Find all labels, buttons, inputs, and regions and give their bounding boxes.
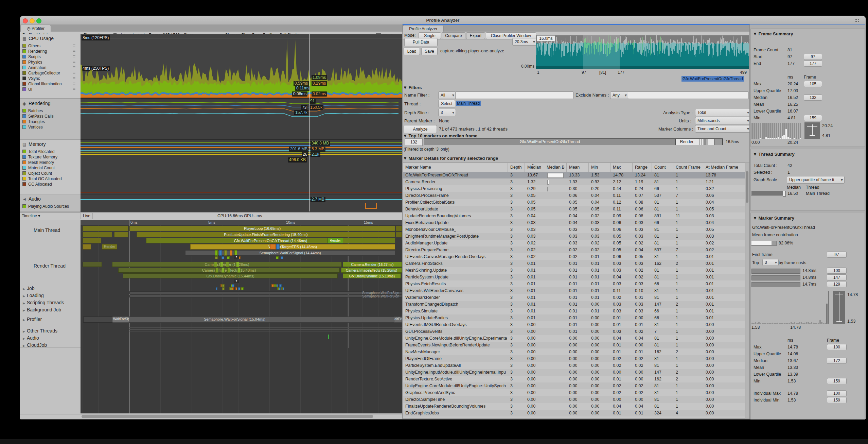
table-row[interactable]: EnlightenRuntimeManager.PostUpdate30.030… [403, 233, 745, 240]
marker-stat-frame-button[interactable]: 100 [827, 344, 847, 350]
drag-handle-icon[interactable]: = [73, 81, 75, 86]
legend-item[interactable]: Vertices [22, 125, 79, 130]
table-row[interactable]: Physics.Processing30.290.300.200.440.246… [403, 185, 745, 192]
column-header-count-frame[interactable]: Count Frame [676, 165, 701, 170]
table-row[interactable]: EndGraphicsJobs30.000.000.000.010.013244… [403, 410, 745, 416]
top10-segment[interactable] [702, 139, 703, 145]
column-divider[interactable] [703, 163, 703, 172]
column-divider[interactable] [632, 163, 633, 172]
timeline-span[interactable] [224, 250, 227, 256]
pull-data-button[interactable]: Pull Data [404, 38, 438, 46]
timeline-hscrollbar-thumb[interactable] [82, 415, 373, 418]
exclude-names-input[interactable] [628, 91, 749, 99]
timeline-span[interactable] [216, 287, 217, 290]
top-n-dropdown[interactable]: 3 [762, 259, 779, 266]
marker-stat-frame-button[interactable]: 172 [827, 358, 847, 364]
legend-item[interactable]: Global Illumination [22, 82, 79, 87]
thread-row-main-thread[interactable]: Main Thread [20, 225, 81, 261]
mode-button-compare[interactable]: Compare [442, 32, 465, 39]
tab-profiler[interactable]: ◷ Profiler [20, 25, 51, 32]
timeline-span[interactable] [232, 287, 233, 290]
timeline-span[interactable] [227, 268, 230, 273]
timeline-span[interactable] [276, 256, 279, 259]
thread-row-background-job[interactable]: ▶Background Job [20, 305, 81, 315]
thread-row-audio[interactable]: ▶Audio [20, 333, 81, 341]
timeline-span[interactable] [236, 262, 239, 267]
top10-segment[interactable] [700, 139, 701, 145]
legend-item[interactable]: Texture Memory [22, 155, 79, 160]
column-header-range[interactable]: Range [635, 165, 648, 170]
legend-item[interactable]: Animation [22, 65, 79, 70]
thread-select-button[interactable]: Select [438, 100, 455, 107]
top10-bar[interactable]: Gfx.WaitForPresentOnGfxThreadRender [424, 138, 723, 145]
save-button[interactable]: Save [421, 48, 438, 55]
table-row[interactable]: NavMeshManager30.000.000.000.010.0116220… [403, 348, 745, 355]
timeline-span[interactable] [222, 268, 225, 273]
timeline-span[interactable] [276, 244, 280, 250]
timeline-span[interactable] [229, 287, 232, 290]
table-row[interactable]: WatermarkRender30.010.010.010.020.018110… [403, 294, 745, 301]
timeline-span[interactable] [274, 284, 276, 287]
legend-item[interactable]: UI [22, 87, 79, 92]
drag-handle-icon[interactable]: = [73, 65, 75, 70]
table-row[interactable]: UIEvents.WillRenderCanvases30.010.010.01… [403, 287, 745, 294]
range-dropdown[interactable]: 20.3ms [512, 38, 537, 46]
thread-row-cloudjob[interactable]: ▶CloudJob [20, 340, 81, 348]
mode-button-export[interactable]: Export [466, 32, 485, 39]
timeline-span[interactable] [230, 250, 232, 256]
timeline-span[interactable] [222, 256, 224, 259]
top10-segment[interactable]: Render [676, 139, 698, 145]
legend-item[interactable]: Total Allocated [22, 149, 79, 154]
column-divider[interactable] [508, 163, 508, 172]
expand-main-thread-icon[interactable]: ▼ [234, 255, 239, 259]
thread-range-handle-icon[interactable] [783, 191, 786, 197]
thread-row-scripting-threads[interactable]: ▶Scripting Threads [20, 298, 81, 305]
table-row[interactable]: Gfx.WaitForPresentOnGfxThread313.6713.33… [403, 172, 745, 178]
timeline-span[interactable] [83, 317, 112, 323]
timeline-span[interactable] [277, 284, 278, 287]
drag-handle-icon[interactable]: = [73, 48, 75, 54]
legend-item[interactable]: SetPass Calls [22, 114, 79, 119]
timeline-view-dropdown[interactable]: Timeline ▾ [22, 214, 40, 218]
audio-chart[interactable] [81, 194, 402, 212]
table-row[interactable]: UIEvents.IMGUIRenderOverlays30.000.010.0… [403, 321, 745, 328]
table-row[interactable]: Physics.Simulate30.010.010.010.030.03661… [403, 308, 745, 314]
expand-icon[interactable]: ▶ [23, 309, 25, 312]
thread-row-other-threads[interactable]: ▶Other Threads [20, 326, 81, 334]
timeline-span[interactable] [114, 232, 128, 237]
live-button[interactable]: Live [81, 213, 93, 219]
timeline-span[interactable] [238, 287, 240, 290]
timeline-span[interactable] [83, 244, 91, 250]
timeline-span[interactable] [281, 256, 283, 259]
timeline-span[interactable]: Render [102, 244, 117, 250]
analysis-type-dropdown[interactable]: Total [695, 109, 751, 116]
thread-row-render-thread[interactable]: Render Thread [20, 261, 81, 284]
filters-section-header[interactable]: ▼ Filters [403, 85, 422, 90]
timeline-span[interactable] [271, 284, 274, 287]
table-row[interactable]: Director.ProcessFrame30.050.060.040.110.… [403, 192, 745, 199]
timeline-span[interactable] [83, 226, 128, 231]
timeline-span[interactable] [83, 232, 112, 237]
column-header-mean[interactable]: Mean [569, 165, 580, 170]
top-cost-frame-button[interactable]: 147 [827, 274, 847, 280]
timeline-span[interactable] [237, 268, 241, 273]
column-divider[interactable] [566, 163, 567, 172]
column-divider[interactable] [673, 163, 673, 172]
expand-icon[interactable]: ▶ [23, 287, 25, 291]
timeline-span[interactable]: Render [327, 238, 343, 243]
timeline-span[interactable] [232, 284, 234, 287]
drag-handle-icon[interactable]: = [73, 75, 75, 81]
expand-render-thread-icon[interactable]: ▼ [234, 279, 239, 283]
legend-item[interactable]: GarbageCollector [22, 71, 79, 76]
top10-segment[interactable] [704, 139, 706, 145]
timeline-span[interactable] [396, 226, 402, 231]
table-row[interactable]: FixedBehaviourUpdate30.030.040.030.060.0… [403, 219, 745, 226]
table-row[interactable]: MeshSkinning.Update30.010.010.010.030.02… [403, 267, 745, 274]
thread-row-profiler[interactable]: ▶Profiler [20, 314, 81, 326]
timeline-span[interactable] [215, 250, 218, 256]
legend-item[interactable]: Batches [22, 108, 79, 114]
table-row[interactable]: PlayerEndOfFrame30.000.000.000.020.02811… [403, 355, 745, 362]
selected-marker-label[interactable]: Gfx.WaitForPresentOnGfxThread [681, 76, 744, 82]
exclude-mode-dropdown[interactable]: Any [610, 91, 628, 99]
analyze-button[interactable]: Analyze [404, 125, 437, 133]
